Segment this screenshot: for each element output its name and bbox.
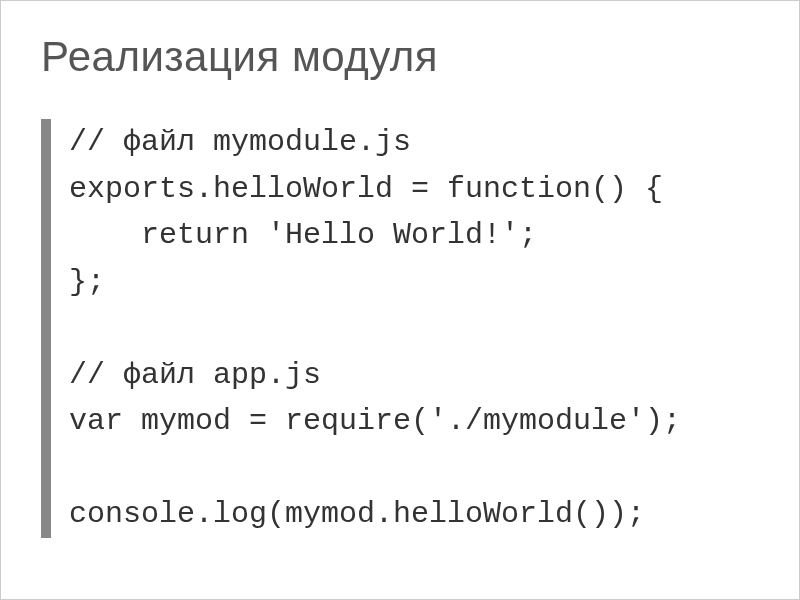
code-line: exports.helloWorld = function() { [69,172,663,206]
code-line: var mymod = require('./mymodule'); [69,404,681,438]
code-line: // файл app.js [69,358,321,392]
slide-title: Реализация модуля [41,33,759,81]
code-block: // файл mymodule.js exports.helloWorld =… [41,119,759,538]
code-line: return 'Hello World!'; [69,218,537,252]
code-line: // файл mymodule.js [69,125,411,159]
code-line: }; [69,265,105,299]
code-line: console.log(mymod.helloWorld()); [69,497,645,531]
slide-container: Реализация модуля // файл mymodule.js ex… [0,0,800,600]
